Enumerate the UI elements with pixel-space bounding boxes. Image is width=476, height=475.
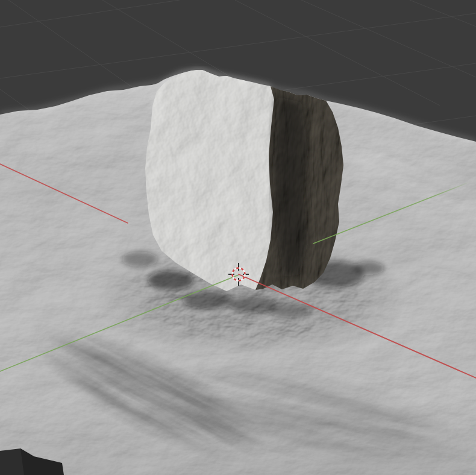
terrain-mesh[interactable]: [0, 70, 476, 475]
viewport-canvas[interactable]: [0, 0, 476, 475]
3d-viewport[interactable]: [0, 0, 476, 475]
rock-monolith[interactable]: [145, 70, 343, 291]
